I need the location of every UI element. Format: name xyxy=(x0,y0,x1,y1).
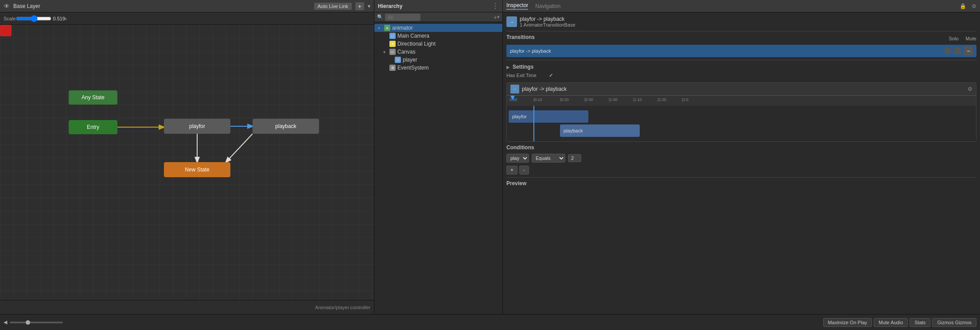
transition-title: playfor -> playback xyxy=(520,16,576,22)
entry-node[interactable]: Entry xyxy=(69,120,117,134)
hier-label-player: player xyxy=(403,57,417,63)
timeline-section: → playfor -> playback ⚙ 0:00 |0:10 |0:20… xyxy=(506,82,976,142)
cube-icon: □ xyxy=(389,33,396,39)
inspector-lock-icon[interactable]: 🔒 xyxy=(960,3,966,9)
conditions-header: Conditions xyxy=(506,144,976,151)
light-icon: ☀ xyxy=(389,41,396,47)
add-condition-btn[interactable]: + xyxy=(506,166,517,175)
transition-item[interactable]: playfor -> playback − xyxy=(506,45,976,57)
preview-label: Preview xyxy=(506,180,526,186)
condition-op-select[interactable]: Equals NotEqual Greater Less xyxy=(532,154,565,163)
scale-slider-area: ◀ xyxy=(4,319,63,325)
settings-expand-icon[interactable]: ▶ xyxy=(506,65,510,70)
timeline-playhead xyxy=(533,106,534,141)
ruler-mark-0: 0:00 xyxy=(509,97,517,102)
hierarchy-item-event-system[interactable]: ⚙ EventSystem xyxy=(374,64,502,72)
mute-audio-btn[interactable]: Mute Audio xyxy=(874,318,908,327)
transition-title-row: → playfor -> playback 1 AnimatorTransiti… xyxy=(506,16,976,27)
svg-line-3 xyxy=(226,134,253,162)
dropdown-arrow-icon: ▾ xyxy=(368,3,370,9)
conditions-row: play Equals NotEqual Greater Less xyxy=(506,152,976,164)
ruler-mark-4: |1:00 xyxy=(609,97,618,102)
new-state-node[interactable]: New State xyxy=(164,162,230,177)
transition-subtitle: 1 AnimatorTransitionBase xyxy=(520,22,576,27)
bottom-toolbar: ◀ Maximize On Play Mute Audio Stats Gizm… xyxy=(0,314,980,330)
transition-name: playfor -> playback xyxy=(510,48,941,54)
solo-label: Solo xyxy=(949,36,959,41)
scale-value: 0.519› xyxy=(53,16,67,21)
timeline-header: → playfor -> playback ⚙ xyxy=(507,83,976,95)
animator-canvas[interactable]: Any State Entry playfor playback New Sta… xyxy=(0,25,374,300)
expand-arrow-icon: ▾ xyxy=(378,26,382,31)
animator-toolbar: Scale 0.519› xyxy=(0,12,374,25)
remove-condition-btn[interactable]: - xyxy=(519,166,529,175)
any-state-label: Any State xyxy=(82,94,105,101)
timeline-title: playfor -> playback xyxy=(522,86,567,92)
add-layer-btn[interactable]: + xyxy=(355,2,364,10)
has-exit-time-row: Has Exit Time ✓ xyxy=(506,71,976,80)
ruler-mark-5: |1:10 xyxy=(633,97,642,102)
tab-navigation[interactable]: Navigation xyxy=(535,3,560,9)
cube-icon: □ xyxy=(395,57,401,63)
timeline-gear-icon[interactable]: ⚙ xyxy=(968,86,972,92)
has-exit-time-check[interactable]: ✓ xyxy=(549,72,553,78)
solo-checkbox[interactable] xyxy=(945,48,951,54)
inspector-settings-icon[interactable]: ⚙ xyxy=(972,3,976,9)
playfor-label: playfor xyxy=(189,123,205,129)
conditions-section: Conditions play Equals NotEqual Greater … xyxy=(506,144,976,175)
transition-icon: → xyxy=(506,16,517,27)
any-state-node[interactable]: Any State xyxy=(69,90,117,105)
maximize-on-play-btn[interactable]: Maximize On Play xyxy=(823,318,872,327)
has-exit-time-label: Has Exit Time xyxy=(506,73,546,78)
ruler-mark-1: |0:10 xyxy=(533,97,542,102)
hierarchy-item-player[interactable]: □ player xyxy=(374,56,502,64)
timeline-tracks: playfor playback xyxy=(507,106,976,141)
search-icon: 🔍 xyxy=(377,14,383,20)
entry-label: Entry xyxy=(87,124,99,130)
playfor-node[interactable]: playfor xyxy=(164,119,230,134)
hier-label-event-system: EventSystem xyxy=(397,65,429,71)
hierarchy-search-bar: 🔍 + ▾ xyxy=(374,12,502,22)
red-indicator xyxy=(0,25,12,36)
hier-label-main-camera: Main Camera xyxy=(397,33,429,39)
add-hierarchy-btn[interactable]: + xyxy=(494,14,497,21)
hier-label-directional-light: Directional Light xyxy=(397,41,436,47)
mute-checkbox[interactable] xyxy=(954,48,961,54)
settings-label: Settings xyxy=(513,64,533,70)
condition-value-input[interactable] xyxy=(568,154,581,162)
timeline-ruler: 0:00 |0:10 |0:20 |0:30 |1:00 |1:10 |1:20… xyxy=(507,95,976,106)
scale-slider[interactable] xyxy=(16,15,51,22)
hierarchy-item-directional-light[interactable]: ☀ Directional Light xyxy=(374,40,502,48)
conditions-buttons: + - xyxy=(506,166,976,175)
hierarchy-menu-icon[interactable]: ⋮ xyxy=(492,2,499,10)
hierarchy-item-canvas[interactable]: ▾ ▭ Canvas xyxy=(374,48,502,56)
hierarchy-header: Hierarchy ⋮ xyxy=(374,0,502,12)
timeline-icon: → xyxy=(510,85,519,93)
ruler-mark-3: |0:30 xyxy=(584,97,593,102)
layer-label: Base Layer xyxy=(13,3,40,9)
divider-2 xyxy=(506,60,976,60)
settings-row: ▶ Settings xyxy=(506,63,976,71)
hierarchy-item-main-camera[interactable]: □ Main Camera xyxy=(374,32,502,40)
hierarchy-panel: Hierarchy ⋮ 🔍 + ▾ ▾ A animator □ Main Ca… xyxy=(374,0,503,314)
track-label-playfor: playfor xyxy=(512,114,527,119)
gizmos-btn[interactable]: Gizmos Gizmos xyxy=(932,318,976,327)
hier-label-animator: animator xyxy=(392,25,413,31)
track-bar-playback[interactable]: playback xyxy=(560,124,640,137)
playback-node[interactable]: playback xyxy=(253,119,319,134)
condition-param-select[interactable]: play xyxy=(506,154,529,163)
hierarchy-item-animator[interactable]: ▾ A animator xyxy=(374,24,502,32)
transitions-header: Transitions xyxy=(506,34,535,40)
remove-transition-btn[interactable]: − xyxy=(964,47,973,55)
live-link-btn[interactable]: Auto Live Link xyxy=(314,3,352,10)
tab-inspector[interactable]: Inspector xyxy=(506,2,528,10)
view-scale-slider[interactable] xyxy=(10,322,63,323)
hierarchy-search-input[interactable] xyxy=(385,14,420,21)
playback-label: playback xyxy=(275,123,296,129)
animator-footer: Animator/player.controller xyxy=(0,300,374,314)
animator-header: 👁 Base Layer Auto Live Link + ▾ xyxy=(0,0,374,12)
animator-panel: 👁 Base Layer Auto Live Link + ▾ Scale 0.… xyxy=(0,0,374,314)
preview-section: Preview xyxy=(506,180,976,186)
stats-btn[interactable]: Stats xyxy=(910,318,930,327)
track-bar-playfor[interactable]: playfor xyxy=(509,110,588,123)
